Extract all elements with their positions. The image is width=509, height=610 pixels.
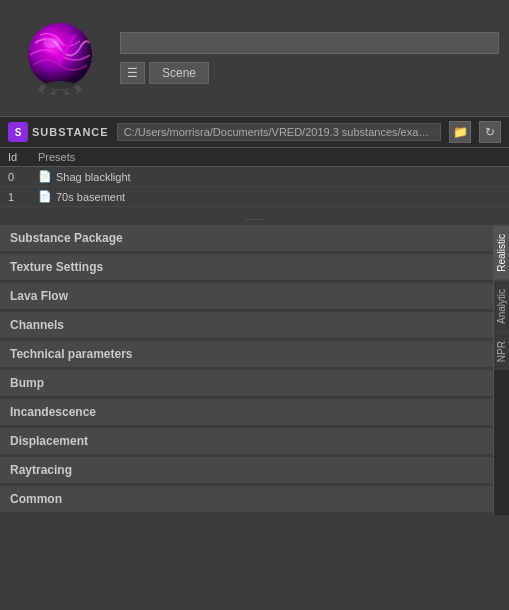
sphere-preview <box>10 8 110 108</box>
substance-label: SUBSTANCE <box>32 126 109 138</box>
main-content-wrapper: Substance PackageTexture SettingsLava Fl… <box>0 225 509 515</box>
svg-point-7 <box>43 88 53 94</box>
top-right-panel: Substance ☰ Scene <box>120 32 499 84</box>
preset-row[interactable]: 1 📄 70s basement <box>0 187 509 207</box>
section-label: Substance Package <box>10 231 123 245</box>
top-buttons: ☰ Scene <box>120 62 499 84</box>
section-row-lava-flow[interactable]: Lava Flow <box>0 283 493 310</box>
svg-point-8 <box>67 88 77 94</box>
preset-id: 0 <box>8 171 38 183</box>
section-label: Raytracing <box>10 463 72 477</box>
folder-button[interactable]: 📁 <box>449 121 471 143</box>
section-label: Texture Settings <box>10 260 103 274</box>
right-tab-npr[interactable]: NPR <box>494 332 510 370</box>
section-row-raytracing[interactable]: Raytracing <box>0 457 493 484</box>
top-section: Substance ☰ Scene <box>0 0 509 116</box>
section-label: Incandescence <box>10 405 96 419</box>
section-label: Common <box>10 492 62 506</box>
svg-point-6 <box>45 81 75 89</box>
sections-panel: Substance PackageTexture SettingsLava Fl… <box>0 225 493 515</box>
right-tab-realistic[interactable]: Realistic <box>494 225 510 280</box>
substance-bar: S SUBSTANCE C:/Users/morrisra/Documents/… <box>0 116 509 148</box>
svg-point-9 <box>55 90 65 96</box>
preset-rows: 0 📄 Shag blacklight 1 📄 70s basement <box>0 167 509 207</box>
section-row-technical-parameters[interactable]: Technical parameters <box>0 341 493 368</box>
svg-point-3 <box>43 38 59 48</box>
preset-row[interactable]: 0 📄 Shag blacklight <box>0 167 509 187</box>
section-row-displacement[interactable]: Displacement <box>0 428 493 455</box>
substance-logo-icon: S <box>8 122 28 142</box>
section-label: Displacement <box>10 434 88 448</box>
scene-button[interactable]: Scene <box>149 62 209 84</box>
right-tabs: RealisticAnalyticNPR <box>493 225 509 515</box>
section-label: Lava Flow <box>10 289 68 303</box>
substance-name-input[interactable]: Substance <box>120 32 499 54</box>
substance-path: C:/Users/morrisra/Documents/VRED/2019.3 … <box>117 123 441 141</box>
section-row-common[interactable]: Common <box>0 486 493 513</box>
presets-header: Id Presets <box>0 148 509 167</box>
col-presets-header: Presets <box>38 151 501 163</box>
dots-separator: ...... <box>0 207 509 225</box>
section-label: Bump <box>10 376 44 390</box>
preset-name: 📄 Shag blacklight <box>38 170 501 183</box>
preset-id: 1 <box>8 191 38 203</box>
right-tab-analytic[interactable]: Analytic <box>494 280 510 332</box>
preset-name: 📄 70s basement <box>38 190 501 203</box>
substance-logo: S SUBSTANCE <box>8 122 109 142</box>
section-label: Technical parameters <box>10 347 133 361</box>
section-row-channels[interactable]: Channels <box>0 312 493 339</box>
section-row-incandescence[interactable]: Incandescence <box>0 399 493 426</box>
section-label: Channels <box>10 318 64 332</box>
scene-icon-button[interactable]: ☰ <box>120 62 145 84</box>
refresh-button[interactable]: ↻ <box>479 121 501 143</box>
col-id-header: Id <box>8 151 38 163</box>
doc-icon: 📄 <box>38 190 52 203</box>
section-row-texture-settings[interactable]: Texture Settings <box>0 254 493 281</box>
doc-icon: 📄 <box>38 170 52 183</box>
section-row-bump[interactable]: Bump <box>0 370 493 397</box>
section-row-substance-package[interactable]: Substance Package <box>0 225 493 252</box>
